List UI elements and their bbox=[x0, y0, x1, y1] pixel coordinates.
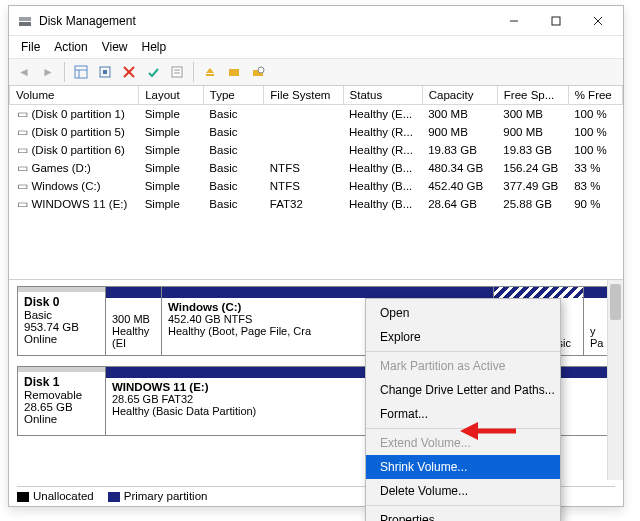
volume-list: Volume Layout Type File System Status Ca… bbox=[9, 86, 623, 280]
scrollbar-thumb[interactable] bbox=[610, 284, 621, 320]
ctx-delete-volume[interactable]: Delete Volume... bbox=[366, 479, 560, 503]
drive-icon: ▭ bbox=[16, 179, 30, 193]
disk-header-disk0[interactable]: Disk 0 Basic 953.74 GB Online bbox=[18, 287, 106, 355]
disk0-name: Disk 0 bbox=[24, 295, 59, 309]
table-row[interactable]: ▭(Disk 0 partition 1)SimpleBasicHealthy … bbox=[10, 105, 623, 124]
disk1-status: Online bbox=[24, 413, 57, 425]
separator-icon bbox=[193, 62, 194, 82]
drive-icon: ▭ bbox=[16, 143, 30, 157]
disk1-name: Disk 1 bbox=[24, 375, 59, 389]
legend-unallocated: Unallocated bbox=[17, 490, 94, 502]
maximize-button[interactable] bbox=[535, 7, 577, 35]
svg-rect-13 bbox=[172, 67, 182, 77]
svg-rect-6 bbox=[75, 66, 87, 78]
table-row[interactable]: ▭(Disk 0 partition 5)SimpleBasicHealthy … bbox=[10, 123, 623, 141]
app-icon bbox=[17, 13, 33, 29]
ctx-explore[interactable]: Explore bbox=[366, 325, 560, 349]
layout-icon[interactable] bbox=[70, 61, 92, 83]
volume-table: Volume Layout Type File System Status Ca… bbox=[9, 86, 623, 213]
minimize-button[interactable] bbox=[493, 7, 535, 35]
vertical-scrollbar[interactable] bbox=[607, 280, 623, 480]
forward-icon[interactable]: ► bbox=[37, 61, 59, 83]
drive-icon: ▭ bbox=[16, 161, 30, 175]
context-menu: Open Explore Mark Partition as Active Ch… bbox=[365, 298, 561, 521]
disk1-type: Removable bbox=[24, 389, 82, 401]
ctx-shrink-volume[interactable]: Shrink Volume... bbox=[366, 455, 560, 479]
svg-rect-17 bbox=[206, 74, 214, 76]
col-volume[interactable]: Volume bbox=[10, 86, 139, 105]
properties-icon[interactable] bbox=[166, 61, 188, 83]
p1-size: 300 MB bbox=[112, 313, 150, 325]
table-row[interactable]: ▭Windows (C:)SimpleBasicNTFSHealthy (B..… bbox=[10, 177, 623, 195]
volume-icon[interactable] bbox=[223, 61, 245, 83]
ctx-mark-active: Mark Partition as Active bbox=[366, 354, 560, 378]
check-icon[interactable] bbox=[142, 61, 164, 83]
disk-header-disk1[interactable]: Disk 1 Removable 28.65 GB Online bbox=[18, 367, 106, 435]
window-title: Disk Management bbox=[39, 14, 493, 28]
ctx-properties[interactable]: Properties bbox=[366, 508, 560, 521]
drive-icon: ▭ bbox=[16, 197, 30, 211]
d1p1-size: 28.65 GB FAT32 bbox=[112, 393, 193, 405]
p2-status: Healthy (Boot, Page File, Cra bbox=[168, 325, 311, 337]
refresh-icon[interactable] bbox=[94, 61, 116, 83]
d1p1-status: Healthy (Basic Data Partition) bbox=[112, 405, 256, 417]
svg-rect-10 bbox=[103, 70, 107, 74]
mount-icon[interactable] bbox=[247, 61, 269, 83]
col-capacity[interactable]: Capacity bbox=[422, 86, 497, 105]
drive-icon: ▭ bbox=[16, 107, 30, 121]
ctx-change-drive-letter[interactable]: Change Drive Letter and Paths... bbox=[366, 378, 560, 402]
col-status[interactable]: Status bbox=[343, 86, 422, 105]
menu-action[interactable]: Action bbox=[48, 38, 93, 56]
p2-size: 452.40 GB NTFS bbox=[168, 313, 252, 325]
disk0-type: Basic bbox=[24, 309, 52, 321]
ctx-format[interactable]: Format... bbox=[366, 402, 560, 426]
partition-disk0-p1[interactable]: 300 MB Healthy (EI bbox=[106, 287, 162, 355]
table-row[interactable]: ▭(Disk 0 partition 6)SimpleBasicHealthy … bbox=[10, 141, 623, 159]
svg-rect-1 bbox=[19, 22, 31, 26]
p2-name: Windows (C:) bbox=[168, 301, 241, 313]
svg-marker-16 bbox=[206, 68, 214, 73]
p1-status: Healthy (EI bbox=[112, 325, 149, 349]
menu-help[interactable]: Help bbox=[136, 38, 173, 56]
toolbar: ◄ ► bbox=[9, 58, 623, 86]
svg-rect-0 bbox=[19, 17, 31, 21]
col-layout[interactable]: Layout bbox=[139, 86, 204, 105]
titlebar: Disk Management bbox=[9, 6, 623, 36]
back-icon[interactable]: ◄ bbox=[13, 61, 35, 83]
separator-icon bbox=[64, 62, 65, 82]
svg-point-20 bbox=[258, 67, 264, 73]
disk1-size: 28.65 GB bbox=[24, 401, 73, 413]
ctx-extend-volume: Extend Volume... bbox=[366, 431, 560, 455]
svg-rect-3 bbox=[552, 17, 560, 25]
menubar: File Action View Help bbox=[9, 36, 623, 58]
table-header-row: Volume Layout Type File System Status Ca… bbox=[10, 86, 623, 105]
col-type[interactable]: Type bbox=[203, 86, 263, 105]
d1p1-name: WINDOWS 11 (E:) bbox=[112, 381, 208, 393]
col-pct[interactable]: % Free bbox=[568, 86, 622, 105]
eject-icon[interactable] bbox=[199, 61, 221, 83]
legend-primary: Primary partition bbox=[108, 490, 208, 502]
menu-file[interactable]: File bbox=[15, 38, 46, 56]
ctx-open[interactable]: Open bbox=[366, 301, 560, 325]
col-fs[interactable]: File System bbox=[264, 86, 343, 105]
col-free[interactable]: Free Sp... bbox=[497, 86, 568, 105]
menu-view[interactable]: View bbox=[96, 38, 134, 56]
svg-rect-18 bbox=[229, 69, 239, 76]
close-button[interactable] bbox=[577, 7, 619, 35]
delete-icon[interactable] bbox=[118, 61, 140, 83]
table-row[interactable]: ▭Games (D:)SimpleBasicNTFSHealthy (B...4… bbox=[10, 159, 623, 177]
disk0-status: Online bbox=[24, 333, 57, 345]
p4-status: y Pa bbox=[590, 325, 603, 349]
table-row[interactable]: ▭WINDOWS 11 (E:)SimpleBasicFAT32Healthy … bbox=[10, 195, 623, 213]
disk0-size: 953.74 GB bbox=[24, 321, 79, 333]
drive-icon: ▭ bbox=[16, 125, 30, 139]
